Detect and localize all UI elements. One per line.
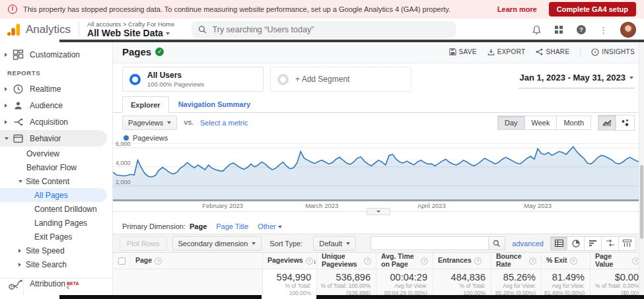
bar-view-icon bbox=[589, 240, 597, 247]
insights-button[interactable]: INSIGHTS bbox=[591, 48, 635, 56]
save-button[interactable]: SAVE bbox=[449, 48, 477, 55]
actions-divider bbox=[580, 48, 581, 57]
date-range-label: Jan 1, 2023 - May 31, 2023 bbox=[520, 73, 626, 83]
total-value: 81.49% bbox=[544, 272, 585, 282]
x-axis-label: February 2023 bbox=[202, 202, 243, 209]
column-header-bounce-rate[interactable]: Bounce Rate ? bbox=[491, 253, 541, 269]
share-button[interactable]: SHARE bbox=[536, 48, 569, 55]
more-vert-icon[interactable]: ⋮ bbox=[599, 25, 608, 35]
granularity-month-button[interactable]: Month bbox=[557, 116, 591, 130]
help-icon[interactable]: ? bbox=[570, 257, 577, 265]
column-header-unique-pageviews[interactable]: Unique Pageviews ? bbox=[316, 253, 376, 269]
dimension-other[interactable]: Other bbox=[258, 222, 282, 230]
notifications-bell-icon[interactable] bbox=[532, 25, 542, 35]
sidebar-item-label: Site Search bbox=[26, 260, 67, 269]
motion-chart-type-button[interactable] bbox=[616, 115, 635, 131]
comparison-view-button[interactable] bbox=[602, 236, 619, 251]
collapse-sidebar-icon[interactable]: ‹ bbox=[24, 282, 112, 292]
select-all-checkbox[interactable] bbox=[118, 257, 125, 265]
help-icon[interactable]: ? bbox=[364, 257, 371, 265]
table-view-button[interactable] bbox=[550, 236, 567, 251]
help-icon[interactable]: ? bbox=[306, 257, 313, 265]
breadcrumb-root[interactable]: All accounts bbox=[87, 20, 121, 28]
column-header-entrances[interactable]: Entrances ? bbox=[433, 253, 491, 269]
global-search[interactable] bbox=[192, 21, 456, 38]
sidebar-item-all-pages[interactable]: All Pages bbox=[0, 188, 107, 202]
acquisition-icon bbox=[13, 117, 24, 127]
column-label: Avg. Time on Page bbox=[381, 253, 418, 268]
share-icon bbox=[536, 48, 543, 55]
select-metric-link[interactable]: Select a metric bbox=[200, 119, 248, 127]
metric-dropdown[interactable]: Pageviews bbox=[122, 116, 177, 130]
collapse-caret-icon bbox=[376, 211, 380, 213]
sidebar-item-label: All Pages bbox=[34, 191, 68, 200]
table-search-input[interactable] bbox=[371, 236, 488, 250]
granularity-week-button[interactable]: Week bbox=[525, 116, 557, 130]
granularity-day-button[interactable]: Day bbox=[497, 116, 525, 130]
dimension-page-title[interactable]: Page Title bbox=[216, 222, 248, 230]
collapse-chart-button[interactable] bbox=[367, 208, 390, 215]
line-chart-type-button[interactable] bbox=[598, 115, 616, 131]
sidebar-item-customization[interactable]: Customization bbox=[0, 46, 112, 63]
complete-ga4-setup-button[interactable]: Complete GA4 setup bbox=[549, 2, 636, 17]
column-label: Pageviews bbox=[268, 257, 303, 265]
percentage-view-button[interactable] bbox=[567, 236, 585, 251]
advanced-search-link[interactable]: advanced bbox=[512, 240, 544, 248]
sidebar-item-exit-pages[interactable]: Exit Pages bbox=[0, 230, 107, 244]
column-header-page[interactable]: Page ? bbox=[130, 253, 262, 269]
account-switcher[interactable]: All accounts > Crafty For Home All Web S… bbox=[87, 21, 174, 38]
sidebar-item-site-content[interactable]: Site Content bbox=[0, 174, 112, 188]
column-header-pct-exit[interactable]: % Exit ? bbox=[541, 253, 590, 269]
sort-type-label: Sort Type: bbox=[269, 240, 303, 248]
property-name[interactable]: All Web Site Data bbox=[87, 28, 163, 38]
column-header-avg-time[interactable]: Avg. Time on Page ? bbox=[376, 253, 433, 269]
plot-rows-button[interactable]: Plot Rows bbox=[120, 236, 167, 251]
customization-icon bbox=[13, 50, 24, 60]
warning-icon: ! bbox=[8, 5, 17, 14]
learn-more-link[interactable]: Learn more bbox=[497, 5, 537, 13]
secondary-dimension-caret-icon bbox=[252, 242, 256, 245]
help-icon[interactable]: ? bbox=[421, 257, 428, 265]
dimension-page[interactable]: Page bbox=[190, 222, 207, 230]
date-range-picker[interactable]: Jan 1, 2023 - May 31, 2023 bbox=[519, 70, 635, 88]
help-icon[interactable]: ? bbox=[474, 257, 482, 265]
column-header-page-value[interactable]: Page Value ? bbox=[590, 253, 644, 269]
breadcrumb-account[interactable]: Crafty For Home bbox=[128, 20, 174, 28]
performance-view-button[interactable] bbox=[585, 236, 602, 251]
chart-plot-area[interactable]: 6,0004,0002,000 bbox=[113, 144, 644, 199]
sidebar-item-audience[interactable]: Audience bbox=[0, 97, 112, 114]
vertical-scrollbar[interactable] bbox=[639, 41, 644, 299]
export-button[interactable]: EXPORT bbox=[487, 48, 526, 55]
help-icon[interactable]: ? bbox=[529, 257, 536, 265]
tab-navigation-summary[interactable]: Navigation Summary bbox=[169, 96, 260, 112]
sidebar-item-label: Acquisition bbox=[30, 117, 68, 127]
tab-explorer[interactable]: Explorer bbox=[122, 96, 169, 113]
sort-type-dropdown[interactable]: Default bbox=[313, 236, 356, 251]
column-header-pageviews[interactable]: Pageviews ? ↓ bbox=[262, 253, 316, 269]
segment-all-users[interactable]: All Users 100.00% Pageviews bbox=[122, 67, 264, 92]
apps-grid-icon[interactable] bbox=[554, 25, 563, 34]
metric-picker-row: Pageviews VS. Select a metric Day Week M… bbox=[113, 113, 644, 133]
sidebar-item-landing-pages[interactable]: Landing Pages bbox=[0, 216, 107, 230]
expand-right-icon bbox=[5, 87, 7, 91]
help-icon[interactable]: ? bbox=[576, 24, 587, 35]
pivot-view-button[interactable] bbox=[619, 236, 636, 251]
avatar[interactable] bbox=[620, 22, 636, 38]
table-search-button[interactable] bbox=[488, 236, 505, 250]
global-search-input[interactable] bbox=[213, 25, 450, 34]
scrollbar-thumb[interactable] bbox=[640, 165, 643, 239]
sidebar-item-content-drilldown[interactable]: Content Drilldown bbox=[0, 202, 107, 216]
sidebar-item-behavior[interactable]: Behavior bbox=[0, 130, 107, 147]
help-icon[interactable]: ? bbox=[155, 257, 162, 265]
sidebar-item-realtime[interactable]: Realtime bbox=[0, 81, 112, 97]
sidebar-item-site-search[interactable]: Site Search bbox=[0, 257, 112, 271]
screen-artifact-bar-gap bbox=[262, 295, 316, 299]
admin-gear-icon[interactable]: ⚙ bbox=[0, 279, 24, 295]
secondary-dimension-dropdown[interactable]: Secondary dimension bbox=[172, 236, 262, 251]
sidebar-item-site-speed[interactable]: Site Speed bbox=[0, 244, 112, 257]
add-segment-button[interactable]: + Add Segment bbox=[270, 67, 411, 92]
sidebar-item-behavior-flow[interactable]: Behavior Flow bbox=[0, 160, 112, 174]
sidebar-item-overview[interactable]: Overview bbox=[0, 147, 112, 160]
behavior-icon bbox=[13, 133, 24, 144]
sidebar-item-acquisition[interactable]: Acquisition bbox=[0, 114, 112, 130]
